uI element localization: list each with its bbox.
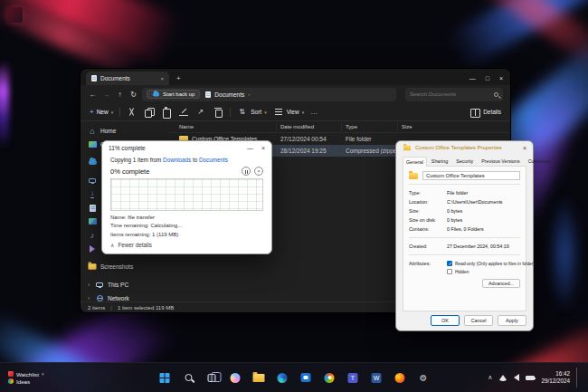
cut-icon[interactable]: [127, 107, 138, 118]
ideas-line: Ideas: [8, 378, 43, 385]
show-desktop-button[interactable]: [576, 368, 579, 387]
breadcrumb-bar[interactable]: Start back up Documents ›: [142, 88, 396, 101]
start-button[interactable]: [156, 368, 175, 387]
readonly-option[interactable]: Read-only (Only applies to files in fold…: [447, 261, 535, 266]
hidden-option[interactable]: Hidden: [447, 269, 535, 274]
fewer-details-label: Fewer details: [118, 242, 151, 248]
widgets-button[interactable]: Watchlist ▾ Ideas: [0, 371, 43, 385]
view-label: View: [287, 109, 299, 115]
copy-dialog-title-bar[interactable]: 11% complete — ×: [102, 141, 271, 155]
folder-name-field[interactable]: Custom Office Templates: [422, 171, 520, 180]
tab-sharing[interactable]: Sharing: [428, 156, 451, 166]
search-input[interactable]: [410, 91, 494, 97]
tab-previous-versions[interactable]: Previous Versions: [478, 156, 523, 166]
close-button[interactable]: ×: [499, 75, 503, 81]
tab-security[interactable]: Security: [452, 156, 477, 166]
view-button[interactable]: View ▾: [273, 107, 305, 118]
tab-close-icon[interactable]: ×: [160, 76, 164, 81]
column-header-date-modified[interactable]: Date modified: [277, 123, 342, 131]
file-explorer-icon: [253, 374, 265, 382]
apply-button[interactable]: Apply: [498, 315, 526, 326]
sort-button[interactable]: Sort ▾: [237, 107, 266, 118]
more-options-button[interactable]: …: [310, 108, 318, 116]
search-box[interactable]: [405, 88, 503, 101]
sidebar-item-screenshots[interactable]: Screenshots: [86, 260, 168, 273]
breadcrumb-item-documents[interactable]: Documents: [214, 91, 244, 98]
back-icon[interactable]: ←: [88, 91, 98, 99]
ok-button[interactable]: OK: [431, 315, 460, 326]
edge-button[interactable]: [273, 368, 292, 387]
transfer-name-line: Name: file transfer: [110, 214, 263, 222]
firefox-button[interactable]: [391, 368, 410, 387]
maximize-button[interactable]: □: [486, 75, 489, 81]
fewer-details-button[interactable]: ∧ Fewer details: [110, 242, 263, 248]
copilot-icon: [231, 373, 241, 383]
downloads-link[interactable]: Downloads: [163, 157, 191, 163]
chevron-right-icon[interactable]: ›: [248, 91, 250, 97]
store-button[interactable]: [297, 368, 316, 387]
column-header-size[interactable]: Size: [398, 123, 443, 131]
paste-icon[interactable]: [161, 107, 172, 118]
wifi-icon[interactable]: [498, 375, 507, 381]
field-value: 0 bytes: [447, 217, 520, 223]
cancel-button[interactable]: Cancel: [464, 315, 493, 326]
chevron-down-icon: ▾: [302, 110, 305, 115]
readonly-checkbox[interactable]: [447, 261, 452, 266]
minimize-button[interactable]: —: [247, 145, 253, 151]
column-header-type[interactable]: Type: [342, 123, 398, 131]
forward-icon[interactable]: →: [101, 91, 111, 99]
file-explorer-button[interactable]: [250, 368, 269, 387]
explorer-tab-documents[interactable]: Documents ×: [86, 72, 169, 85]
breadcrumb[interactable]: Documents ›: [205, 91, 250, 98]
taskbar-search-button[interactable]: [179, 368, 198, 387]
chevron-right-icon[interactable]: ›: [88, 295, 91, 301]
settings-button[interactable]: ⚙: [414, 368, 433, 387]
teams-button[interactable]: [344, 368, 363, 387]
cancel-transfer-button[interactable]: ×: [254, 167, 263, 176]
sidebar-item-this-pc[interactable]: › This PC: [86, 278, 168, 292]
up-icon[interactable]: ↑: [115, 91, 125, 99]
delete-icon[interactable]: [213, 107, 223, 118]
refresh-icon[interactable]: ↻: [128, 91, 138, 99]
chevron-right-icon[interactable]: ›: [88, 282, 91, 288]
pause-button[interactable]: [242, 167, 251, 176]
battery-icon[interactable]: [526, 376, 535, 380]
minimize-button[interactable]: —: [469, 75, 476, 81]
volume-icon[interactable]: [514, 374, 519, 381]
tab-customise[interactable]: Customise: [525, 156, 555, 166]
copy-dialog-controls: — ×: [247, 145, 265, 151]
ideas-label: Ideas: [16, 378, 30, 385]
task-view-button[interactable]: [203, 368, 222, 387]
properties-title-bar[interactable]: Custom Office Templates Properties ×: [396, 141, 533, 154]
details-pane-button[interactable]: Details: [469, 107, 501, 118]
start-backup-button[interactable]: Start back up: [147, 90, 200, 99]
field-label: Contains:: [409, 226, 447, 232]
folder-properties-dialog: Custom Office Templates Properties × Gen…: [395, 140, 534, 331]
advanced-button[interactable]: Advanced...: [482, 279, 520, 288]
new-button[interactable]: + New ▾: [90, 108, 113, 116]
word-button[interactable]: [367, 368, 386, 387]
taskbar-clock[interactable]: 16:42 29/12/2024: [541, 370, 570, 386]
copilot-button[interactable]: [226, 368, 245, 387]
tray-overflow-chevron-icon[interactable]: ∧: [488, 374, 492, 381]
close-button[interactable]: ×: [261, 145, 265, 151]
field-label: Created:: [409, 244, 447, 249]
share-icon[interactable]: [195, 107, 206, 118]
rename-icon[interactable]: [178, 107, 189, 118]
hidden-checkbox[interactable]: [447, 269, 452, 274]
column-header-name[interactable]: Name: [168, 123, 277, 131]
new-tab-button[interactable]: +: [176, 72, 181, 85]
copy-text: to: [191, 157, 199, 163]
desktop-shortcut-icon[interactable]: [7, 7, 23, 23]
sidebar-item-home[interactable]: Home: [86, 124, 168, 138]
tab-general[interactable]: General: [403, 157, 427, 167]
close-button[interactable]: ×: [523, 145, 526, 151]
photos-button[interactable]: [320, 368, 339, 387]
copy-icon[interactable]: [144, 107, 155, 118]
sidebar-item-label: This PC: [108, 282, 128, 288]
field-value: C:\Users\User\Documents: [447, 199, 520, 205]
window-controls: — □ ×: [469, 75, 503, 81]
sidebar-item-label: Screenshots: [100, 263, 133, 270]
documents-link[interactable]: Documents: [199, 157, 228, 163]
properties-title: Custom Office Templates Properties: [415, 145, 502, 150]
